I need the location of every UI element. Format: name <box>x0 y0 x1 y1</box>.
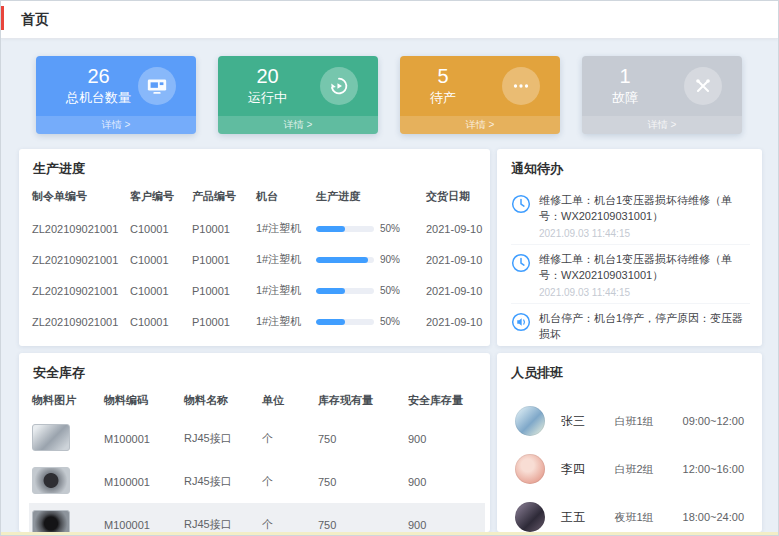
production-row: ZL202109021001 C10001 P10001 1#注塑机 50% 2… <box>29 306 490 337</box>
machine-icon <box>138 67 176 105</box>
stat-card-running[interactable]: 20 运行中 详情 > <box>218 56 378 134</box>
cell-material-code: M100001 <box>101 417 181 460</box>
stat-label: 总机台数量 <box>66 89 131 107</box>
cell-order-no: ZL202109021001 <box>29 337 127 346</box>
production-row: ZL202109021001 C10001 P10001 1#注塑机 50% 2… <box>29 337 490 346</box>
cell-delivery-date: 2021-09-10 <box>423 306 490 337</box>
speaker-icon <box>511 312 531 332</box>
notification-list: 维修工单：机台1变压器损坏待维修（单号：WX202109031001） 2021… <box>497 185 762 346</box>
progress-label: 50% <box>380 316 400 327</box>
cell-order-no: ZL202109021001 <box>29 275 127 306</box>
notification-item[interactable]: 维修工单：机台1变压器损坏待维修（单号：WX202109031001） 2021… <box>511 245 750 304</box>
staff-name: 李四 <box>561 461 614 478</box>
avatar <box>515 406 545 436</box>
panel-title-staffing: 人员排班 <box>497 353 762 389</box>
inventory-row: M100001 RJ45接口 个 750 900 <box>29 460 485 503</box>
cell-progress: 50% <box>313 275 423 306</box>
cell-material-image <box>29 417 101 460</box>
clock-icon <box>511 253 531 273</box>
cell-unit: 个 <box>259 460 315 503</box>
stat-cards: 26 总机台数量 详情 > 20 运行中 详情 > 5 待产 <box>36 56 742 134</box>
cell-safety-qty: 900 <box>405 503 485 532</box>
page-header: 首页 <box>1 1 778 39</box>
col-material-code: 物料编码 <box>101 389 181 417</box>
col-order-no: 制令单编号 <box>29 185 127 213</box>
cell-machine: 1#注塑机 <box>253 213 313 244</box>
round-connector-photo <box>32 467 70 494</box>
progress-label: 50% <box>380 223 400 234</box>
cell-progress: 50% <box>313 306 423 337</box>
progress-bar <box>316 319 345 325</box>
staff-time: 12:00~16:00 <box>683 463 744 475</box>
cell-machine: 1#注塑机 <box>253 275 313 306</box>
production-table: 制令单编号 客户编号 产品编号 机台 生产进度 交货日期 ZL202109021… <box>29 185 490 346</box>
inventory-row: M100001 RJ45接口 个 750 900 <box>29 417 485 460</box>
cell-delivery-date: 2021-09-10 <box>423 213 490 244</box>
notification-item[interactable]: 机台停产：机台1停产，停产原因：变压器损坏 2021.09.03 11:44:1… <box>511 304 750 346</box>
stat-label: 故障 <box>612 89 638 107</box>
detail-link-total-machines[interactable]: 详情 > <box>36 116 196 134</box>
col-material-name: 物料名称 <box>181 389 259 417</box>
cell-delivery-date: 2021-09-10 <box>423 337 490 346</box>
cell-stock-qty: 750 <box>315 417 405 460</box>
cell-product-no: P10001 <box>189 337 253 346</box>
cell-material-name: RJ45接口 <box>181 417 259 460</box>
notification-text: 机台停产：机台1停产，停产原因：变压器损坏 <box>539 311 750 343</box>
progress-track <box>316 226 374 232</box>
cell-machine: 1#注塑机 <box>253 306 313 337</box>
staff-shift: 夜班1组 <box>614 510 682 525</box>
staff-shift: 白班2组 <box>614 462 682 477</box>
progress-bar <box>316 288 345 294</box>
stat-card-fault[interactable]: 1 故障 详情 > <box>582 56 742 134</box>
cell-material-image <box>29 460 101 503</box>
staff-name: 张三 <box>561 413 614 430</box>
notification-item[interactable]: 维修工单：机台1变压器损坏待维修（单号：WX202109031001） 2021… <box>511 186 750 245</box>
detail-link-running[interactable]: 详情 > <box>218 116 378 134</box>
cell-customer-no: C10001 <box>127 275 189 306</box>
stat-card-waiting[interactable]: 5 待产 详情 > <box>400 56 560 134</box>
stat-value: 5 <box>430 64 456 88</box>
detail-link-fault[interactable]: 详情 > <box>582 116 742 134</box>
stat-label: 运行中 <box>248 89 287 107</box>
page-title: 首页 <box>21 11 49 29</box>
col-progress: 生产进度 <box>313 185 423 213</box>
detail-link-waiting[interactable]: 详情 > <box>400 116 560 134</box>
panel-title-production: 生产进度 <box>19 149 490 185</box>
staff-row: 王五 夜班1组 18:00~24:00 <box>499 493 760 532</box>
production-row: ZL202109021001 C10001 P10001 1#注塑机 90% 2… <box>29 244 490 275</box>
cell-product-no: P10001 <box>189 275 253 306</box>
cell-customer-no: C10001 <box>127 337 189 346</box>
cell-machine: 1#注塑机 <box>253 337 313 346</box>
inventory-table: 物料图片 物料编码 物料名称 单位 库存现有量 安全库存量 M100001 RJ… <box>29 389 485 532</box>
staff-time: 18:00~24:00 <box>683 511 744 523</box>
cell-order-no: ZL202109021001 <box>29 213 127 244</box>
notification-text: 维修工单：机台1变压器损坏待维修（单号：WX202109031001） <box>539 252 750 284</box>
panel-title-inventory: 安全库存 <box>19 353 490 389</box>
cell-order-no: ZL202109021001 <box>29 306 127 337</box>
cell-material-name: RJ45接口 <box>181 503 259 532</box>
col-unit: 单位 <box>259 389 315 417</box>
running-icon <box>320 67 358 105</box>
cell-delivery-date: 2021-09-10 <box>423 244 490 275</box>
stat-value: 1 <box>612 64 638 88</box>
notification-time: 2021.09.03 11:44:15 <box>539 228 750 239</box>
cell-material-code: M100001 <box>101 460 181 503</box>
col-material-image: 物料图片 <box>29 389 101 417</box>
col-customer-no: 客户编号 <box>127 185 189 213</box>
cell-unit: 个 <box>259 503 315 532</box>
window-edge-accent <box>1 6 4 30</box>
waiting-icon <box>502 67 540 105</box>
inventory-row: M100001 RJ45接口 个 750 900 <box>29 503 485 532</box>
cell-progress: 50% <box>313 337 423 346</box>
cell-customer-no: C10001 <box>127 213 189 244</box>
col-delivery-date: 交货日期 <box>423 185 490 213</box>
notification-time: 2021.09.03 11:44:15 <box>539 287 750 298</box>
progress-label: 50% <box>380 285 400 296</box>
cell-material-name: RJ45接口 <box>181 460 259 503</box>
progress-track <box>316 288 374 294</box>
cell-machine: 1#注塑机 <box>253 244 313 275</box>
notification-text: 维修工单：机台1变压器损坏待维修（单号：WX202109031001） <box>539 193 750 225</box>
cell-customer-no: C10001 <box>127 244 189 275</box>
stat-card-total-machines[interactable]: 26 总机台数量 详情 > <box>36 56 196 134</box>
stat-value: 20 <box>248 64 287 88</box>
